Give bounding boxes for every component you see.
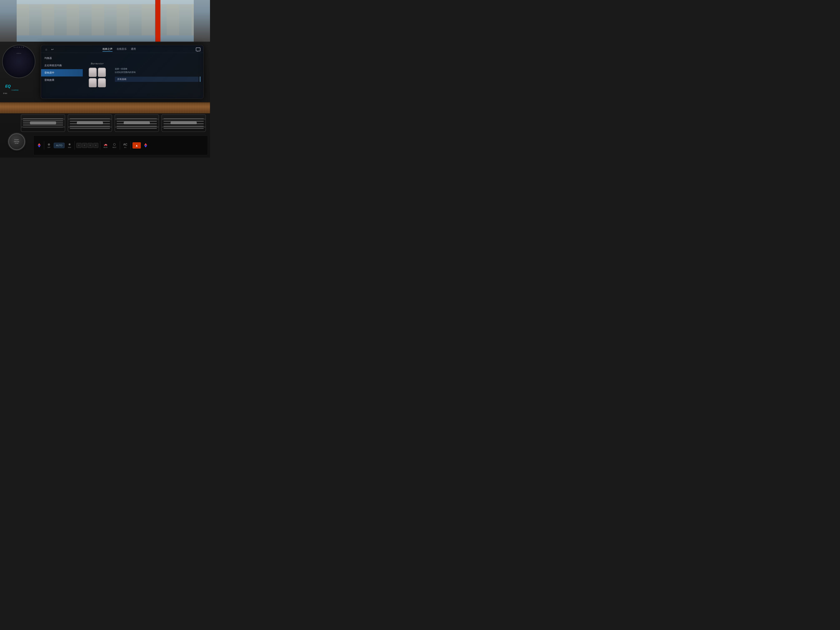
tab-berlin-sound[interactable]: 柏林之声 (103, 47, 112, 52)
vent-left (21, 114, 65, 132)
vent-center-left (68, 114, 112, 132)
vent-flap-center-left[interactable] (77, 122, 103, 124)
vent-slat (117, 126, 157, 127)
vent-slat (23, 118, 63, 119)
start-stop-button[interactable]: STARTENGINESTOP (8, 133, 25, 150)
menu-item-balance[interactable]: 左右和前后均衡 (41, 62, 83, 69)
vent-slat (70, 128, 110, 129)
menu-item-equalizer[interactable]: 均衡器 (41, 55, 83, 62)
hazard-button[interactable]: ▲ (133, 142, 141, 148)
vents-area (21, 112, 206, 133)
windshield-view (17, 0, 194, 46)
eq-badge: EQ (5, 84, 11, 88)
max-fan-control[interactable]: ❄ MAX (66, 142, 73, 149)
km-display: 9 km (3, 92, 7, 95)
vent-slat (70, 118, 110, 119)
vent-slat (117, 121, 157, 122)
auto-button[interactable]: AUTO (54, 143, 65, 148)
rest-icon: ⬡ (113, 143, 115, 146)
vent-slat (164, 121, 204, 122)
temp-left-control (36, 142, 42, 148)
preset-3[interactable]: 3 (88, 143, 93, 148)
preset-2[interactable]: 2 (82, 143, 87, 148)
fan-off-label: OFF (47, 147, 51, 148)
preset-buttons: 1 2 3 4 (76, 143, 98, 148)
seat-rear-left[interactable] (89, 78, 97, 87)
seat-front-right[interactable] (98, 68, 106, 77)
start-stop-label: STARTENGINESTOP (14, 139, 19, 144)
chat-icon[interactable] (196, 47, 201, 51)
red-pillar (155, 0, 160, 42)
vent-slat (117, 128, 157, 129)
temp-up-right[interactable] (144, 143, 147, 145)
vent-slat (164, 126, 204, 127)
tab-online-music[interactable]: 在线音乐 (117, 47, 127, 52)
screen-content: 均衡器 左右和前后均衡 音响居中 音响效果 Burmester 选择一排座椅 以… (41, 53, 203, 96)
seat-rear-right[interactable] (98, 78, 106, 87)
vent-slat (23, 120, 63, 121)
audio-menu: 均衡器 左右和前后均衡 音响居中 音响效果 (41, 53, 83, 96)
screen-header: ⌂ ↩ 柏林之声 在线音乐 通用 (41, 45, 203, 53)
temp-right-control (142, 142, 149, 148)
menu-item-effects[interactable]: 音响效果 (41, 76, 83, 84)
temp-up-left[interactable] (38, 143, 41, 145)
max-fan-icon: ❄ (68, 143, 71, 146)
temp-down-left[interactable] (38, 145, 41, 147)
seat-selector-value[interactable]: 所有座椅 (115, 77, 199, 82)
tachometer: 3456 78 x1000/min (2, 45, 35, 78)
ac-control[interactable]: AC A/C (122, 142, 129, 149)
max-label: MAX (68, 147, 71, 148)
infotainment-screen: ⌂ ↩ 柏林之声 在线音乐 通用 均衡器 左右和前后均衡 音响居中 音响效果 B… (41, 45, 204, 99)
vent-slat (23, 127, 63, 128)
ac-label: A/C (124, 147, 127, 148)
back-button[interactable]: ↩ (50, 47, 55, 52)
rear-control[interactable]: 🚗 REAR (102, 142, 109, 149)
wood-trim (0, 102, 210, 114)
divider-3 (100, 141, 100, 150)
seat-description: 选择一排座椅 以优化其范围内的音响 (115, 67, 201, 74)
ac-icon: AC (123, 143, 127, 146)
divider-4 (120, 141, 120, 150)
vent-slat (164, 118, 204, 119)
vent-slat (70, 121, 110, 122)
rest-control[interactable]: ⬡ REST (111, 142, 118, 149)
temp-down-right[interactable] (144, 145, 147, 147)
preset-4[interactable]: 4 (93, 143, 98, 148)
vent-slat (117, 118, 157, 119)
vent-flap-right[interactable] (171, 122, 197, 124)
tab-general[interactable]: 通用 (131, 47, 136, 52)
temp-arrows-left (38, 143, 41, 147)
fan-control[interactable]: ⊛ OFF (46, 142, 52, 149)
header-tabs: 柏林之声 在线音乐 通用 (103, 47, 136, 52)
right-panel: 选择一排座椅 以优化其范围内的音响 所有座椅 (112, 53, 203, 96)
temp-arrows-right (144, 143, 147, 147)
fan-icon: ⊛ (48, 143, 50, 146)
rest-label: REST (112, 147, 117, 148)
divider-5 (131, 141, 131, 150)
rear-icon: 🚗 (104, 143, 107, 146)
vent-flap-left[interactable] (30, 122, 56, 124)
selector-indicator (200, 76, 201, 82)
seat-diagram: Burmester (83, 53, 112, 96)
seats-grid (89, 68, 106, 87)
menu-item-center[interactable]: 音响居中 (41, 69, 83, 76)
vent-flap-center-right[interactable] (124, 122, 150, 124)
vent-center-right (115, 114, 159, 132)
seat-front-left[interactable] (89, 68, 97, 77)
gauge-numbers: 3456 78 (14, 46, 24, 48)
rpm-label: x1000/min (16, 53, 21, 54)
climate-controls: ⊛ OFF AUTO ❄ MAX 1 2 3 4 🚗 REAR ⬡ REST A… (33, 136, 208, 155)
vent-slat (164, 128, 204, 129)
vent-slat (23, 125, 63, 125)
seat-selector[interactable]: 所有座椅 (115, 76, 201, 82)
gauge-cluster: 3456 78 x1000/min EQ CHARGE 9 km (0, 41, 42, 99)
preset-1[interactable]: 1 (76, 143, 82, 148)
rear-label: REAR (104, 147, 107, 148)
burmester-logo: Burmester (91, 62, 104, 65)
home-button[interactable]: ⌂ (44, 47, 49, 52)
charge-label: CHARGE (11, 89, 19, 91)
vent-slat (70, 126, 110, 127)
vent-right (161, 114, 206, 132)
divider-2 (74, 141, 75, 150)
